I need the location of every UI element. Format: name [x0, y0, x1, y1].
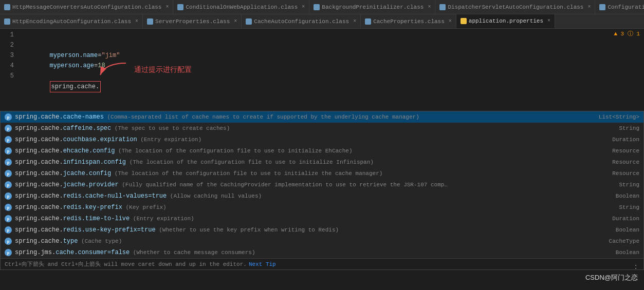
code-line-2: myperson.name="jim" [18, 40, 644, 50]
java-class-icon [599, 4, 605, 10]
autocomplete-item[interactable]: pspring.cache.caffeine.spec (The spec to… [1, 123, 643, 134]
tab-httpencoding[interactable]: HttpEncodingAutoConfiguration.class × [0, 14, 143, 29]
autocomplete-item-text: spring.cache.redis.cache-null-values=tru… [15, 192, 608, 200]
autocomplete-item-text: spring.cache.couchbase.expiration (Entry… [15, 136, 604, 143]
autocomplete-item[interactable]: pspring.cache.ehcache.config (The locati… [1, 145, 643, 157]
java-class-icon [147, 18, 153, 25]
autocomplete-item[interactable]: pspring.cache.redis.time-to-live (Entry … [1, 213, 643, 224]
annotation: 通过提示进行配置 [95, 61, 192, 79]
autocomplete-item-type: String [611, 204, 639, 210]
autocomplete-item-text: spring.cache.jcache.config (The location… [15, 170, 604, 177]
code-line-1 [18, 30, 644, 40]
tab-serverproperties[interactable]: ServerProperties.class × [143, 14, 242, 29]
autocomplete-item-type: Resource [604, 159, 639, 165]
property-icon: p [5, 215, 12, 222]
tab-close-icon[interactable]: × [234, 18, 237, 24]
autocomplete-list: pspring.cache.cache-names (Comma-separat… [1, 111, 643, 258]
tab-cacheproperties[interactable]: CacheProperties.class × [361, 14, 456, 29]
autocomplete-footer: Ctrl+向下箭头 and Ctrl+向上箭头 will move caret … [1, 258, 643, 269]
watermark: CSDN@阿门之恋 [585, 273, 638, 282]
property-icon: p [5, 192, 12, 200]
autocomplete-item-text: spring.cache.redis.use-key-prefix=true (… [15, 226, 608, 234]
autocomplete-item-type: Resource [604, 170, 639, 177]
autocomplete-item[interactable]: pspring.cache.jcache.config (The locatio… [1, 168, 643, 179]
java-class-icon [246, 18, 252, 25]
annotation-arrow [95, 61, 131, 79]
autocomplete-item-text: spring.cache.cache-names (Comma-separate… [15, 113, 591, 121]
tab-application-properties[interactable]: application.properties × [456, 14, 555, 29]
autocomplete-item[interactable]: pspring.jms.cache.consumer=false (Whethe… [1, 247, 643, 258]
property-icon: p [5, 204, 12, 211]
tab-close-icon[interactable]: × [547, 18, 550, 24]
java-class-icon [365, 18, 371, 25]
property-icon: p [5, 249, 12, 256]
property-icon: p [5, 170, 12, 177]
autocomplete-item-text: spring.cache.jcache.provider (Fully qual… [15, 181, 611, 188]
property-icon: p [5, 181, 12, 188]
tab-close-icon[interactable]: × [353, 18, 356, 24]
tab-configuration[interactable]: Configuration.class × [595, 0, 644, 14]
tab-close-icon[interactable]: × [428, 4, 431, 10]
autocomplete-item[interactable]: pspring.cache.infinispan.config (The loc… [1, 157, 643, 168]
java-class-icon [4, 18, 10, 25]
java-class-icon [314, 4, 320, 10]
autocomplete-item[interactable]: pspring.cache.type (Cache type)CacheType [1, 236, 643, 247]
autocomplete-item-text: spring.cache.caffeine.spec (The spec to … [15, 125, 611, 132]
tab-close-icon[interactable]: × [165, 4, 169, 10]
autocomplete-item-type: CacheType [601, 238, 639, 244]
spring-cache-input: spring.cache. [50, 81, 101, 92]
next-tip-link[interactable]: Next Tip [249, 261, 276, 267]
autocomplete-item[interactable]: pspring.cache.cache-names (Comma-separat… [1, 111, 643, 123]
autocomplete-item-text: spring.cache.redis.time-to-live (Entry e… [15, 215, 604, 222]
warnings-indicator: ▲ 3 ⓘ 1 [614, 30, 640, 37]
autocomplete-dropdown: pspring.cache.cache-names (Comma-separat… [0, 111, 644, 270]
java-class-icon [4, 4, 10, 10]
autocomplete-item-type: Duration [604, 216, 639, 222]
footer-hint: Ctrl+向下箭头 and Ctrl+向上箭头 will move caret … [5, 260, 247, 268]
autocomplete-item[interactable]: pspring.cache.redis.use-key-prefix=true … [1, 224, 643, 236]
autocomplete-item-type: String [611, 125, 639, 131]
autocomplete-item-text: spring.cache.type (Cache type) [15, 238, 601, 245]
autocomplete-item[interactable]: pspring.cache.redis.key-prefix (Key pref… [1, 202, 643, 213]
autocomplete-item-type: Resource [604, 148, 639, 154]
autocomplete-item-type: Boolean [608, 193, 639, 199]
property-icon: p [5, 238, 12, 245]
tab-httpmessage[interactable]: HttpMessageConvertersAutoConfiguration.c… [0, 0, 173, 14]
line-numbers: 1 2 3 4 5 [0, 29, 18, 111]
autocomplete-item-type: String [611, 182, 639, 188]
autocomplete-item-text: spring.cache.infinispan.config (The loca… [15, 159, 604, 166]
bottom-area: CSDN@阿门之恋 [0, 270, 644, 285]
tab-close-icon[interactable]: × [587, 4, 591, 10]
property-icon: p [5, 125, 12, 132]
property-icon: p [5, 159, 12, 166]
property-icon: p [5, 147, 12, 154]
annotation-text: 通过提示进行配置 [134, 65, 192, 74]
property-icon: p [5, 136, 12, 143]
tab-dispatcherservlet[interactable]: DispatcherServletAutoConfiguration.class… [435, 0, 595, 14]
tab-conditionalonweb[interactable]: ConditionalOnWebApplication.class × [173, 0, 309, 14]
autocomplete-item[interactable]: pspring.cache.redis.cache-null-values=tr… [1, 190, 643, 202]
autocomplete-item-text: spring.jms.cache.consumer=false (Whether… [15, 249, 608, 256]
tab-cacheautoconfig[interactable]: CacheAutoConfiguration.class × [242, 14, 361, 29]
java-class-icon [177, 4, 183, 10]
tab-close-icon[interactable]: × [302, 4, 305, 10]
tab-close-icon[interactable]: × [449, 18, 452, 24]
bottom-tab-bar: HttpEncodingAutoConfiguration.class × Se… [0, 14, 644, 29]
properties-file-icon [461, 18, 467, 24]
java-class-icon [439, 4, 446, 10]
autocomplete-item-type: Boolean [608, 249, 639, 256]
top-tab-bar: HttpMessageConvertersAutoConfiguration.c… [0, 0, 644, 14]
autocomplete-item-type: List<String> [591, 114, 639, 120]
autocomplete-item-text: spring.cache.redis.key-prefix (Key prefi… [15, 204, 611, 211]
autocomplete-item[interactable]: pspring.cache.jcache.provider (Fully qua… [1, 179, 643, 190]
autocomplete-item-type: Duration [604, 137, 639, 143]
property-icon: p [5, 113, 12, 121]
tab-background[interactable]: BackgroundPreinitializer.class × [309, 0, 435, 14]
autocomplete-item[interactable]: pspring.cache.couchbase.expiration (Entr… [1, 134, 643, 145]
autocomplete-item-text: spring.cache.ehcache.config (The locatio… [15, 147, 604, 154]
property-icon: p [5, 226, 12, 234]
editor-area: 1 2 3 4 5 myperson.name="jim" myperson.a… [0, 29, 644, 111]
tab-close-icon[interactable]: × [135, 18, 138, 24]
autocomplete-item-type: Boolean [608, 227, 639, 233]
